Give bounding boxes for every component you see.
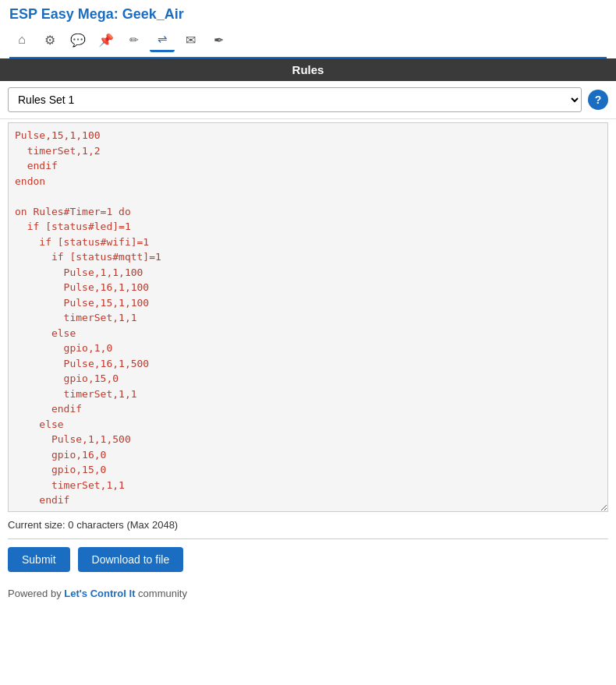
section-title: Rules: [0, 58, 616, 81]
nav-bar: ⌂ ⚙ 💬 📌 ✏ ⇌ ✉ ✒: [9, 27, 607, 58]
rules-set-select[interactable]: Rules Set 1 Rules Set 2 Rules Set 3 Rule…: [8, 87, 582, 112]
page-title: ESP Easy Mega: Geek_Air: [9, 6, 607, 23]
code-editor[interactable]: [8, 122, 608, 512]
nav-rules[interactable]: ⇌: [150, 27, 175, 52]
divider: [8, 538, 608, 539]
help-icon[interactable]: ?: [588, 90, 608, 110]
footer-link[interactable]: Let's Control It: [64, 588, 135, 599]
rules-selector-row: Rules Set 1 Rules Set 2 Rules Set 3 Rule…: [0, 81, 616, 119]
nav-mail[interactable]: ✉: [178, 27, 203, 52]
nav-pin[interactable]: 📌: [94, 27, 119, 52]
code-editor-wrapper: [0, 122, 616, 514]
nav-edit[interactable]: ✒: [206, 27, 231, 52]
status-text: Current size: 0 characters (Max 2048): [8, 519, 178, 531]
nav-settings[interactable]: ⚙: [37, 27, 62, 52]
buttons-row: Submit Download to file: [0, 547, 616, 581]
footer-suffix: community: [135, 588, 186, 599]
footer-prefix: Powered by: [8, 588, 64, 599]
status-bar: Current size: 0 characters (Max 2048): [0, 514, 616, 535]
header: ESP Easy Mega: Geek_Air ⌂ ⚙ 💬 📌 ✏ ⇌ ✉ ✒: [0, 0, 616, 58]
footer: Powered by Let's Control It community: [0, 581, 616, 606]
nav-tools[interactable]: ✏: [122, 27, 147, 52]
nav-chat[interactable]: 💬: [65, 27, 90, 52]
submit-button[interactable]: Submit: [8, 547, 70, 572]
download-button[interactable]: Download to file: [78, 547, 184, 572]
nav-home[interactable]: ⌂: [9, 27, 34, 52]
